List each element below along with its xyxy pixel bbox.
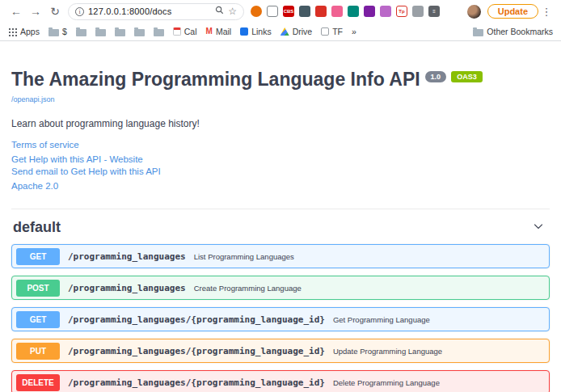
bookmark-links[interactable]: Links <box>240 27 272 36</box>
bookmark-apps[interactable]: Apps <box>8 27 40 36</box>
bookmark-other-bookmarks[interactable]: Other Bookmarks <box>473 27 553 36</box>
tampermonkey-extension-icon[interactable]: Tp <box>396 6 407 17</box>
browser-toolbar: ← → ↻ i 127.0.0.1:8000/docs ☆ CBSTp≡ Upd… <box>0 0 561 23</box>
flower-app-extension-icon[interactable] <box>380 6 391 17</box>
folder-icon <box>95 29 106 36</box>
endpoint-row-2-get[interactable]: GET/programming_languages/{programming_l… <box>11 307 550 331</box>
endpoint-row-1-post[interactable]: POST/programming_languagesCreate Program… <box>11 276 550 300</box>
tf-icon <box>321 27 329 36</box>
bookmark-label: Links <box>251 27 272 36</box>
bookmark-folder-dollar[interactable]: $ <box>49 27 67 36</box>
bookmark-folder-6[interactable] <box>154 27 164 36</box>
folder-icon <box>76 29 86 36</box>
privacy-shield-extension-icon[interactable] <box>299 6 310 17</box>
tag-name: default <box>13 219 61 236</box>
gmail-icon: M <box>206 27 213 36</box>
endpoints-list: GET/programming_languagesList Programmin… <box>11 244 550 392</box>
extensions-row: CBSTp≡ <box>251 6 461 17</box>
forward-icon[interactable]: → <box>26 5 45 18</box>
folder-icon <box>49 29 59 36</box>
folder-icon <box>115 29 125 36</box>
endpoint-row-4-delete[interactable]: DELETE/programming_languages/{programmin… <box>11 370 550 392</box>
endpoint-summary: Create Programming Language <box>194 284 302 293</box>
api-description: Learn about programming language history… <box>11 118 550 129</box>
endpoint-path: /programming_languages <box>68 283 186 293</box>
endpoint-path: /programming_languages/{programming_lang… <box>68 377 325 388</box>
back-icon[interactable]: ← <box>6 5 26 18</box>
bookmark-tensorflow[interactable]: TF <box>321 27 343 36</box>
method-badge: POST <box>16 280 60 297</box>
url-text[interactable]: 127.0.0.1:8000/docs <box>88 6 211 16</box>
site-info-icon[interactable]: i <box>75 7 84 16</box>
method-badge: GET <box>16 311 60 328</box>
folder-icon <box>154 29 164 36</box>
update-button[interactable]: Update <box>487 4 538 19</box>
bookmark-overflow[interactable]: » <box>352 27 356 36</box>
bookmark-label: $ <box>62 27 67 36</box>
bookmark-folder-4[interactable] <box>115 27 125 36</box>
bookmark-label: TF <box>332 27 343 36</box>
bookmark-folder-2[interactable] <box>76 27 86 36</box>
search-icon[interactable] <box>215 6 224 17</box>
bookmark-label: Apps <box>20 27 40 36</box>
bookmark-label: Mail <box>216 27 231 36</box>
endpoint-summary: Update Programming Language <box>333 347 442 356</box>
notes-app-extension-icon[interactable]: ≡ <box>428 6 440 17</box>
pencil-app-extension-icon[interactable] <box>331 6 343 17</box>
api-title-text: The Amazing Programming Language Info AP… <box>11 69 420 91</box>
info-link-3[interactable]: Apache 2.0 <box>11 180 550 192</box>
bookmark-folder-3[interactable] <box>95 27 106 36</box>
refresh-icon[interactable]: ↻ <box>45 5 65 18</box>
browser-window: ← → ↻ i 127.0.0.1:8000/docs ☆ CBSTp≡ Upd… <box>0 0 561 392</box>
info-links: Terms of serviceGet Help with this API -… <box>11 139 550 192</box>
bookmark-drive[interactable]: Drive <box>280 27 313 36</box>
bookmark-label: Drive <box>293 27 313 36</box>
endpoint-summary: List Programming Languages <box>194 252 294 261</box>
version-badge: 1.0 <box>425 71 447 82</box>
bookmark-label: » <box>352 27 356 36</box>
adblock-extension-icon[interactable] <box>251 6 262 17</box>
gray-app-extension-icon[interactable] <box>412 6 424 17</box>
endpoint-path: /programming_languages/{programming_lang… <box>68 346 325 356</box>
apps-grid-icon <box>8 27 17 36</box>
endpoint-row-0-get[interactable]: GET/programming_languagesList Programmin… <box>11 244 550 268</box>
endpoint-summary: Get Programming Language <box>333 315 430 324</box>
bookmark-gmail[interactable]: MMail <box>206 27 232 36</box>
bookmark-calendar[interactable]: Cal <box>173 27 197 36</box>
bookmark-label: Other Bookmarks <box>487 27 553 36</box>
endpoint-path: /programming_languages/{programming_lang… <box>68 314 325 325</box>
bookmark-folder-5[interactable] <box>134 27 145 36</box>
method-badge: PUT <box>16 343 60 360</box>
endpoint-path: /programming_languages <box>68 251 186 262</box>
calendar-icon <box>173 27 181 36</box>
info-link-2[interactable]: Send email to Get Help with this API <box>11 166 550 178</box>
bookmarks-bar: Apps$CalMMailLinksDriveTF» Other Bookmar… <box>0 23 561 41</box>
chevron-down-icon[interactable] <box>532 220 545 236</box>
drive-icon <box>280 27 289 36</box>
info-link-1[interactable]: Get Help with this API - Website <box>11 154 550 166</box>
links-icon <box>240 27 248 36</box>
outline-app-extension-icon[interactable] <box>267 6 278 17</box>
teal-app-extension-icon[interactable] <box>348 6 359 17</box>
tag-section-header[interactable]: default <box>11 209 550 244</box>
openapi-spec-link[interactable]: /openapi.json <box>11 95 55 103</box>
info-link-0[interactable]: Terms of service <box>11 139 550 151</box>
method-badge: GET <box>16 248 60 265</box>
page-title: The Amazing Programming Language Info AP… <box>11 69 550 91</box>
bookmark-label: Cal <box>184 27 197 36</box>
method-badge: DELETE <box>16 374 60 391</box>
endpoint-summary: Delete Programming Language <box>333 378 440 387</box>
bookmark-star-icon[interactable]: ☆ <box>228 6 237 17</box>
cbs-extension-icon[interactable]: CBS <box>283 6 294 17</box>
diamond-app-extension-icon[interactable] <box>315 6 327 17</box>
folder-icon <box>134 29 145 36</box>
oas3-badge: OAS3 <box>451 71 483 82</box>
folder-icon <box>473 29 483 36</box>
mosaic-app-extension-icon[interactable] <box>364 6 375 17</box>
endpoint-row-3-put[interactable]: PUT/programming_languages/{programming_l… <box>11 339 550 363</box>
swagger-page: The Amazing Programming Language Info AP… <box>0 69 561 392</box>
menu-dots-icon[interactable]: ⋮ <box>538 6 555 18</box>
address-bar[interactable]: i 127.0.0.1:8000/docs ☆ <box>68 3 244 20</box>
avatar[interactable] <box>467 5 481 19</box>
